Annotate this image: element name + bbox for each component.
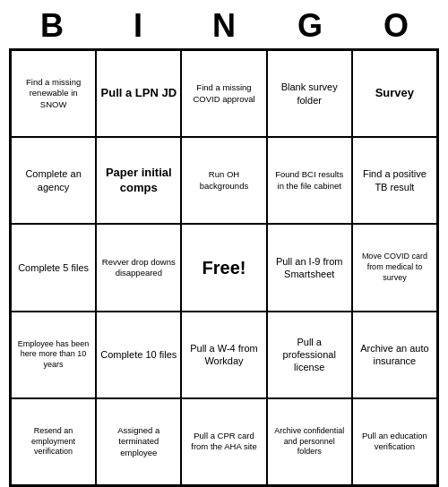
letter-g: G (274, 7, 346, 45)
letter-n: N (188, 7, 260, 45)
cell-0[interactable]: Find a missing renewable in SNOW (11, 50, 96, 137)
cell-13[interactable]: Pull an I-9 from Smartsheet (267, 224, 352, 311)
letter-o: O (360, 7, 432, 45)
cell-3[interactable]: Blank survey folder (267, 50, 352, 137)
bingo-title: B I N G O (9, 0, 439, 48)
cell-4[interactable]: Survey (352, 50, 437, 137)
bingo-grid: Find a missing renewable in SNOW Pull a … (9, 48, 439, 487)
cell-6[interactable]: Paper initial comps (96, 137, 181, 224)
cell-5[interactable]: Complete an agency (11, 137, 96, 224)
cell-9[interactable]: Find a positive TB result (352, 137, 437, 224)
cell-15[interactable]: Employee has been here more than 10 year… (11, 312, 96, 398)
cell-23[interactable]: Archive confidential and personnel folde… (267, 398, 352, 485)
cell-8[interactable]: Found BCI results in the file cabinet (267, 137, 352, 224)
cell-21[interactable]: Assigned a terminated employee (96, 398, 181, 485)
cell-18[interactable]: Pull a professional license (267, 312, 352, 398)
cell-19[interactable]: Archive an auto insurance (352, 312, 437, 398)
letter-i: I (102, 7, 174, 45)
letter-b: B (16, 7, 88, 45)
cell-1[interactable]: Pull a LPN JD (96, 50, 181, 137)
cell-7[interactable]: Run OH backgrounds (181, 137, 266, 224)
cell-22[interactable]: Pull a CPR card from the AHA site (181, 398, 266, 485)
cell-17[interactable]: Pull a W-4 from Workday (181, 312, 266, 398)
cell-16[interactable]: Complete 10 files (96, 312, 181, 398)
cell-24[interactable]: Pull an education verification (352, 398, 437, 485)
cell-10[interactable]: Complete 5 files (11, 224, 96, 311)
cell-2[interactable]: Find a missing COVID approval (181, 50, 266, 137)
cell-12-free[interactable]: Free! (181, 224, 266, 311)
cell-20[interactable]: Resend an employment verification (11, 398, 96, 485)
cell-11[interactable]: Revver drop downs disappeared (96, 224, 181, 311)
cell-14[interactable]: Move COVID card from medical to survey (352, 224, 437, 311)
